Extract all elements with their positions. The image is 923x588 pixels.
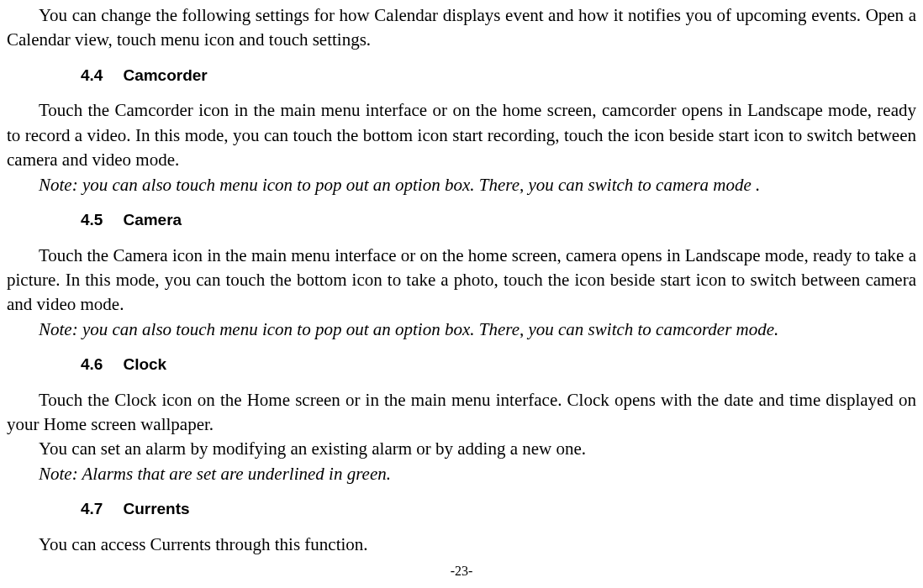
section-number: 4.4 <box>81 66 103 84</box>
section-heading-4-7: 4.7Currents <box>7 498 916 521</box>
section-title: Camera <box>123 211 182 228</box>
section-heading-4-4: 4.4Camcorder <box>7 65 916 87</box>
section-body: Touch the Camcorder icon in the main men… <box>7 98 916 172</box>
section-title: Camcorder <box>123 66 207 84</box>
section-heading-4-6: 4.6Clock <box>7 354 916 376</box>
section-body-2: You can set an alarm by modifying an exi… <box>7 437 916 461</box>
section-note: Note: you can also touch menu icon to po… <box>7 173 916 197</box>
section-note: Note: you can also touch menu icon to po… <box>7 318 916 342</box>
section-note: Note: Alarms that are set are underlined… <box>7 462 916 486</box>
intro-paragraph: You can change the following settings fo… <box>7 3 916 53</box>
section-body: Touch the Clock icon on the Home screen … <box>7 388 916 438</box>
section-body: You can access Currents through this fun… <box>7 533 916 557</box>
section-number: 4.6 <box>81 355 103 373</box>
page-number: -23- <box>7 562 916 580</box>
section-number: 4.5 <box>81 211 103 228</box>
section-title: Clock <box>123 355 166 373</box>
section-body: Touch the Camera icon in the main menu i… <box>7 244 916 318</box>
section-heading-4-5: 4.5Camera <box>7 209 916 232</box>
section-title: Currents <box>123 500 189 517</box>
section-number: 4.7 <box>81 500 103 517</box>
document-page: You can change the following settings fo… <box>0 0 923 581</box>
